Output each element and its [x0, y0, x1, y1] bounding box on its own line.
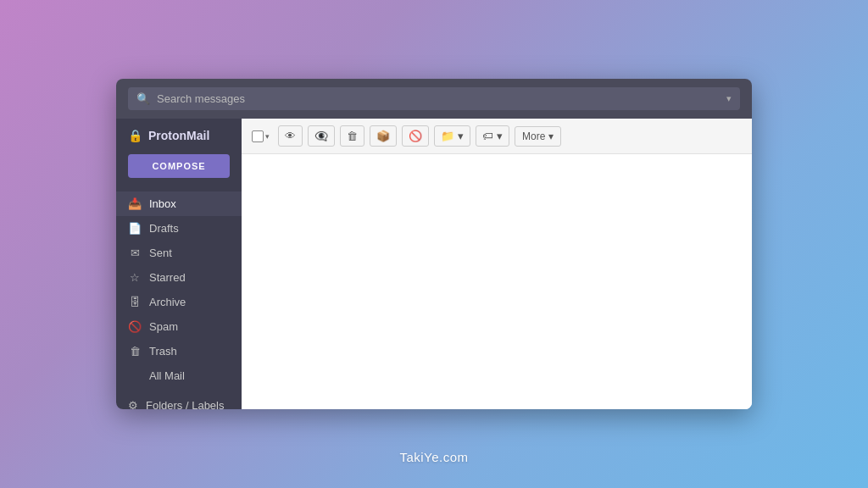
- search-icon: 🔍: [136, 92, 150, 105]
- sidebar: 🔒 ProtonMail COMPOSE 📥Inbox📄Drafts✉Sent☆…: [116, 119, 242, 409]
- watermark: TakiYe.com: [399, 450, 468, 464]
- label-icon: 🏷: [482, 130, 493, 142]
- app-title: ProtonMail: [148, 129, 209, 142]
- spam-nav-icon: 🚫: [128, 320, 142, 333]
- watermark-suffix: .com: [439, 450, 469, 464]
- email-toolbar: ▾ 👁 👁‍🗨 🗑 📦 🚫: [242, 119, 752, 154]
- app-header: 🔍 Search messages ▾: [116, 79, 752, 119]
- more-chevron-icon: ▾: [548, 130, 554, 142]
- sidebar-item-sent[interactable]: ✉Sent: [116, 241, 242, 265]
- select-all-area[interactable]: ▾: [252, 130, 270, 142]
- label-chevron-icon: ▾: [497, 130, 503, 142]
- archive-nav-icon: 🗄: [128, 296, 142, 308]
- sidebar-item-inbox-label: Inbox: [149, 197, 176, 210]
- mark-unread-icon: 👁‍🗨: [314, 130, 328, 142]
- more-button[interactable]: More ▾: [515, 126, 561, 147]
- trash-nav-icon: 🗑: [128, 345, 142, 358]
- compose-button[interactable]: COMPOSE: [128, 154, 230, 178]
- sidebar-item-inbox[interactable]: 📥Inbox: [116, 191, 242, 216]
- search-dropdown-icon: ▾: [726, 93, 732, 104]
- sidebar-item-drafts-label: Drafts: [149, 222, 179, 235]
- sidebar-item-archive[interactable]: 🗄Archive: [116, 290, 242, 314]
- sidebar-item-spam-label: Spam: [149, 320, 178, 333]
- label-button[interactable]: 🏷 ▾: [476, 125, 509, 147]
- sidebar-item-drafts[interactable]: 📄Drafts: [116, 216, 242, 241]
- move-to-button[interactable]: 📁 ▾: [434, 125, 470, 147]
- watermark-brand: TakiYe: [399, 450, 439, 464]
- archive-icon: 📦: [376, 130, 390, 142]
- sidebar-item-starred-label: Starred: [149, 271, 186, 284]
- delete-button[interactable]: 🗑: [340, 125, 364, 147]
- block-button[interactable]: 🚫: [402, 125, 429, 147]
- starred-nav-icon: ☆: [128, 271, 142, 284]
- folder-icon: 📁: [441, 130, 454, 142]
- drafts-nav-icon: 📄: [128, 222, 142, 235]
- app-window: 🔍 Search messages ▾ 🔒 ProtonMail COMPOSE…: [116, 79, 752, 409]
- mark-read-icon: 👁: [285, 130, 296, 142]
- inbox-nav-icon: 📥: [128, 197, 142, 210]
- sidebar-item-allmail-label: All Mail: [149, 369, 185, 382]
- mark-read-button[interactable]: 👁: [278, 125, 303, 147]
- sidebar-item-spam[interactable]: 🚫Spam: [116, 314, 242, 339]
- block-icon: 🚫: [409, 130, 422, 142]
- sidebar-item-trash-label: Trash: [149, 345, 177, 358]
- move-chevron-icon: ▾: [458, 130, 464, 142]
- more-label: More: [522, 130, 545, 142]
- sidebar-item-allmail[interactable]: All Mail: [116, 363, 242, 388]
- sidebar-item-trash[interactable]: 🗑Trash: [116, 339, 242, 363]
- search-bar[interactable]: 🔍 Search messages ▾: [128, 87, 740, 110]
- logo-area: 🔒 ProtonMail: [116, 129, 242, 154]
- sidebar-item-archive-label: Archive: [149, 296, 186, 308]
- email-list: [242, 154, 752, 409]
- select-chevron-icon[interactable]: ▾: [265, 132, 270, 141]
- folders-label: Folders / Labels: [146, 399, 225, 409]
- folders-icon: ⚙: [128, 399, 138, 409]
- mark-unread-button[interactable]: 👁‍🗨: [308, 125, 335, 147]
- archive-button[interactable]: 📦: [370, 125, 397, 147]
- trash-icon: 🗑: [347, 130, 358, 142]
- protonmail-logo-icon: 🔒: [128, 129, 142, 142]
- search-placeholder: Search messages: [157, 92, 720, 105]
- email-content: ▾ 👁 👁‍🗨 🗑 📦 🚫: [242, 119, 752, 409]
- main-layout: 🔒 ProtonMail COMPOSE 📥Inbox📄Drafts✉Sent☆…: [116, 119, 752, 409]
- select-all-checkbox[interactable]: [252, 130, 264, 142]
- sidebar-item-sent-label: Sent: [149, 247, 172, 259]
- sent-nav-icon: ✉: [128, 247, 142, 259]
- sidebar-item-starred[interactable]: ☆Starred: [116, 265, 242, 290]
- sidebar-item-folders[interactable]: ⚙ Folders / Labels: [116, 391, 242, 409]
- nav-list: 📥Inbox📄Drafts✉Sent☆Starred🗄Archive🚫Spam🗑…: [116, 191, 242, 388]
